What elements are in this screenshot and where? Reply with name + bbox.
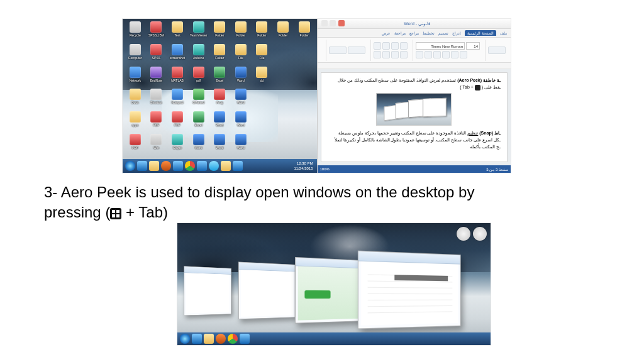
- desktop-icon[interactable]: [273, 134, 293, 155]
- desktop-icon[interactable]: Word: [231, 134, 251, 155]
- desktop-icon[interactable]: Docs: [125, 89, 145, 110]
- desktop-icon[interactable]: Recycle: [125, 21, 145, 43]
- explorer-icon[interactable]: [204, 334, 214, 344]
- start-button-icon[interactable]: [125, 161, 135, 171]
- desktop-icon[interactable]: SPSS_IBM: [147, 21, 167, 43]
- desktop-icon[interactable]: Word: [231, 67, 251, 88]
- ribbon-tab[interactable]: عرض: [382, 31, 391, 35]
- desktop-icon[interactable]: [294, 89, 314, 110]
- underline-button[interactable]: [433, 51, 441, 58]
- desktop-icon[interactable]: Word: [231, 89, 251, 110]
- desktop-icon[interactable]: dd: [252, 67, 272, 88]
- align-button[interactable]: [391, 42, 399, 50]
- desktop-icon[interactable]: PDF: [167, 111, 187, 133]
- indent-button[interactable]: [374, 51, 381, 58]
- firefox-icon[interactable]: [161, 161, 171, 171]
- desktop-icon[interactable]: [273, 44, 293, 65]
- desktop-icon[interactable]: Folder: [231, 21, 251, 43]
- font-color-button[interactable]: [451, 51, 458, 58]
- indent-button[interactable]: [382, 51, 390, 58]
- desktop-icon[interactable]: File: [231, 44, 251, 65]
- bold-button[interactable]: [416, 51, 423, 58]
- desktop-icon[interactable]: Prog: [209, 89, 230, 110]
- desktop-icon[interactable]: Shortcut: [147, 89, 167, 110]
- desktop-icon[interactable]: Network: [125, 67, 145, 88]
- desktop-icon[interactable]: Arduino: [189, 44, 209, 65]
- desktop-icon[interactable]: Notepad: [167, 89, 187, 110]
- font-size-box[interactable]: 14: [466, 42, 480, 50]
- desktop-icon[interactable]: Word: [231, 111, 251, 133]
- desktop-icon[interactable]: Test: [167, 21, 187, 43]
- strike-button[interactable]: [442, 51, 450, 58]
- desktop-icon[interactable]: File: [252, 44, 272, 65]
- start-button-icon[interactable]: [180, 334, 190, 344]
- numbering-button[interactable]: [382, 42, 390, 50]
- desktop-icon[interactable]: Folder: [209, 44, 230, 65]
- desktop-icon[interactable]: [294, 134, 314, 155]
- ribbon-tab[interactable]: تصميم: [438, 31, 448, 35]
- desktop-icon[interactable]: Win: [147, 134, 167, 155]
- chrome-icon[interactable]: [228, 334, 238, 344]
- desktop-icon[interactable]: GParted: [189, 89, 209, 110]
- ribbon-tab[interactable]: مراجعة: [394, 31, 406, 35]
- app-icon[interactable]: [240, 334, 250, 344]
- desktop-icon[interactable]: apps: [125, 111, 145, 133]
- maximize-icon[interactable]: [330, 20, 336, 26]
- app-icon[interactable]: [173, 161, 183, 171]
- desktop-icon[interactable]: [252, 89, 272, 110]
- ribbon-tab[interactable]: مراجع: [409, 31, 419, 35]
- desktop-icon[interactable]: EndNote: [147, 67, 167, 88]
- desktop-icon[interactable]: [252, 134, 272, 155]
- sort-button[interactable]: [391, 51, 399, 58]
- app-icon[interactable]: [197, 161, 207, 171]
- ie-icon[interactable]: [192, 334, 202, 344]
- desktop-icon[interactable]: Folder: [209, 21, 230, 43]
- desktop-icon[interactable]: TeamViewer: [189, 21, 209, 43]
- desktop-icon[interactable]: screenshot: [167, 44, 187, 65]
- desktop-icon[interactable]: SPSS: [147, 44, 167, 65]
- ribbon-tab[interactable]: إدراج: [452, 31, 461, 35]
- style-button[interactable]: [348, 47, 365, 54]
- firefox-icon[interactable]: [216, 334, 226, 344]
- shading-button[interactable]: [400, 51, 408, 58]
- desktop-icon[interactable]: Folder: [273, 21, 293, 43]
- desktop-icon[interactable]: MATLAB: [167, 67, 187, 88]
- desktop-icon[interactable]: [294, 67, 314, 88]
- desktop-icon[interactable]: Skype: [167, 134, 187, 155]
- folder-icon[interactable]: [221, 161, 231, 171]
- desktop-icon[interactable]: [252, 111, 272, 133]
- desktop-icon[interactable]: PDF: [147, 111, 167, 133]
- desktop-icon[interactable]: Excel: [209, 67, 230, 88]
- desktop-icon[interactable]: Folder: [294, 21, 314, 43]
- ribbon-tab[interactable]: الصفحة الرئيسية: [465, 30, 496, 36]
- desktop-icon[interactable]: Folder: [252, 21, 272, 43]
- desktop-icon[interactable]: Excel: [189, 111, 209, 133]
- ribbon-tab[interactable]: ملف: [500, 31, 507, 35]
- style-button[interactable]: [329, 47, 347, 54]
- desktop-icon[interactable]: [294, 111, 314, 133]
- close-icon[interactable]: [338, 20, 345, 26]
- desktop-icon[interactable]: PDF: [125, 134, 145, 155]
- skype-icon[interactable]: [209, 161, 219, 171]
- explorer-icon[interactable]: [149, 161, 159, 171]
- chrome-icon[interactable]: [185, 161, 195, 171]
- font-name-box[interactable]: Times New Roman: [416, 42, 465, 50]
- word-icon[interactable]: [233, 161, 243, 171]
- ribbon-tab[interactable]: تخطيط: [423, 31, 435, 35]
- desktop-icon[interactable]: [273, 111, 293, 133]
- paste-button[interactable]: [488, 47, 506, 54]
- desktop-icon[interactable]: Word: [209, 111, 230, 133]
- minimize-icon[interactable]: [321, 20, 328, 26]
- ie-icon[interactable]: [137, 161, 147, 171]
- desktop-icon[interactable]: Computer: [125, 44, 145, 65]
- desktop-icon[interactable]: Word: [189, 134, 209, 155]
- italic-button[interactable]: [425, 51, 432, 58]
- align-button[interactable]: [400, 42, 408, 50]
- bullets-button[interactable]: [374, 42, 381, 50]
- desktop-icon[interactable]: [294, 44, 314, 65]
- desktop-icon[interactable]: [273, 89, 293, 110]
- desktop-icon[interactable]: pdf: [189, 67, 209, 88]
- desktop-icon[interactable]: Word: [209, 134, 230, 155]
- highlight-button[interactable]: [460, 51, 467, 58]
- desktop-icon[interactable]: [273, 67, 293, 88]
